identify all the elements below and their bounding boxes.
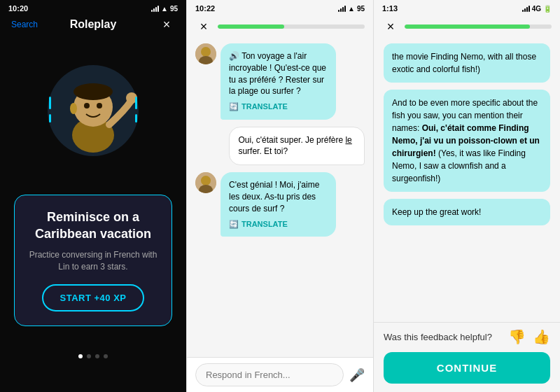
network-label-3: 4G — [532, 5, 541, 13]
svg-point-6 — [70, 103, 77, 114]
dot-3 — [95, 354, 99, 358]
time-1: 10:20 — [8, 4, 28, 13]
wifi-icon-1: ▲ — [161, 5, 168, 13]
svg-point-16 — [201, 176, 211, 186]
svg-rect-9 — [49, 114, 51, 122]
time-3: 1:13 — [382, 4, 398, 13]
nav-title-1: Roleplay — [70, 18, 117, 31]
battery-label-2: 95 — [357, 5, 365, 13]
input-bar: 🎤 — [187, 357, 373, 392]
svg-point-4 — [84, 103, 90, 108]
signal-icon-3 — [522, 5, 530, 12]
bubble-ai-1: 🔊 Ton voyage a l'air incroyable ! Qu'est… — [220, 43, 365, 120]
page-dots — [78, 354, 108, 364]
svg-point-3 — [74, 83, 113, 100]
status-icons-1: ▲ 95 — [151, 5, 178, 13]
feedback-question-text: Was this feedback helpful? — [384, 332, 492, 342]
bubble-user-1: Oui, c'était super. Je préfère le surfer… — [229, 127, 365, 166]
translate-label-2: TRANSLATE — [241, 219, 288, 230]
feedback-bubble-2: And to be even more specific about the f… — [384, 90, 550, 192]
chat-input[interactable] — [195, 363, 344, 386]
wifi-icon-2: ▲ — [348, 5, 355, 13]
speaker-icon-1: 🔊 — [229, 51, 241, 61]
panel-feedback: 1:13 4G 🔋 × the movie Finding Nemo, with… — [374, 0, 560, 392]
ai-message-2: C'est génial ! Moi, j'aime les deux. As-… — [229, 180, 319, 214]
feedback-text-2: And to be even more specific about the f… — [392, 98, 540, 183]
nav-bar-2: × — [187, 15, 373, 38]
roleplay-card: Reminisce on a Caribbean vacation Practi… — [14, 195, 172, 326]
bubble-ai-2: C'est génial ! Moi, j'aime les deux. As-… — [220, 172, 365, 237]
character-illustration — [37, 55, 149, 167]
feedback-bubble-3: Keep up the great work! — [384, 199, 550, 225]
panel-roleplay-intro: 10:20 ▲ 95 Search Roleplay × — [0, 0, 186, 392]
progress-fill-3 — [405, 24, 530, 29]
feedback-icons: 👎 👍 — [508, 328, 550, 345]
nav-bar-3: × — [374, 15, 560, 38]
search-link-1[interactable]: Search — [11, 20, 38, 29]
chat-row-2: C'est génial ! Moi, j'aime les deux. As-… — [195, 172, 365, 237]
feedback-bottom: Was this feedback helpful? 👎 👍 CONTINUE — [374, 322, 560, 392]
chat-row-1: 🔊 Ton voyage a l'air incroyable ! Qu'est… — [195, 43, 365, 120]
feedback-question-row: Was this feedback helpful? 👎 👍 — [384, 328, 550, 345]
translate-label-1: TRANSLATE — [241, 102, 288, 112]
panel1-content: Reminisce on a Caribbean vacation Practi… — [0, 34, 186, 392]
translate-icon-2: 🔄 — [229, 219, 239, 230]
start-button[interactable]: START +40 XP — [42, 284, 145, 312]
translate-icon-1: 🔄 — [229, 102, 239, 112]
status-bar-1: 10:20 ▲ 95 — [0, 0, 186, 15]
dot-2 — [87, 354, 91, 358]
dot-4 — [104, 354, 108, 358]
svg-rect-11 — [135, 114, 137, 122]
chat-row-user: Oui, c'était super. Je préfère le surfer… — [195, 127, 365, 166]
signal-icon-2 — [338, 5, 346, 12]
progress-bar-3 — [405, 24, 552, 29]
battery-icon-3: 🔋 — [543, 5, 552, 13]
status-icons-2: ▲ 95 — [338, 5, 365, 13]
svg-point-13 — [201, 47, 211, 57]
status-bar-3: 1:13 4G 🔋 — [374, 0, 560, 15]
close-button-3[interactable]: × — [382, 18, 399, 35]
ai-message-1: Ton voyage a l'air incroyable ! Qu'est-c… — [229, 51, 326, 96]
card-subtitle: Practice conversing in French with Lin t… — [26, 249, 160, 273]
progress-bar-2 — [218, 24, 365, 29]
status-bar-2: 10:22 ▲ 95 — [187, 0, 373, 15]
continue-button[interactable]: CONTINUE — [384, 352, 550, 384]
card-title: Reminisce on a Caribbean vacation — [26, 209, 160, 242]
time-2: 10:22 — [195, 4, 215, 13]
battery-label-1: 95 — [170, 5, 178, 13]
thumbup-icon[interactable]: 👍 — [533, 328, 550, 345]
translate-link-2[interactable]: 🔄 TRANSLATE — [229, 219, 328, 230]
feedback-bubble-1: the movie Finding Nemo, with all those e… — [384, 43, 550, 83]
user-message-1: Oui, c'était super. Je préfère le surfer… — [238, 135, 351, 157]
feedback-text-1: the movie Finding Nemo, with all those e… — [392, 52, 536, 74]
panel-chat: 10:22 ▲ 95 × — [186, 0, 374, 392]
translate-link-1[interactable]: 🔄 TRANSLATE — [229, 102, 328, 112]
chat-area[interactable]: 🔊 Ton voyage a l'air incroyable ! Qu'est… — [187, 38, 373, 357]
dot-1 — [78, 354, 83, 358]
feedback-area[interactable]: the movie Finding Nemo, with all those e… — [374, 38, 560, 322]
thumbdown-icon[interactable]: 👎 — [508, 328, 526, 345]
svg-rect-8 — [49, 97, 51, 109]
status-icons-3: 4G 🔋 — [522, 5, 552, 13]
close-button-1[interactable]: × — [158, 16, 175, 33]
ai-avatar-1 — [195, 43, 216, 64]
mic-icon[interactable]: 🎤 — [349, 368, 365, 383]
nav-bar-1: Search Roleplay × — [0, 15, 186, 34]
close-button-2[interactable]: × — [195, 18, 212, 35]
progress-fill-2 — [218, 24, 284, 29]
ai-avatar-2 — [195, 172, 216, 193]
svg-point-5 — [97, 103, 102, 108]
feedback-text-3: Keep up the great work! — [392, 207, 481, 217]
signal-icon-1 — [151, 5, 159, 12]
svg-rect-10 — [135, 97, 137, 109]
